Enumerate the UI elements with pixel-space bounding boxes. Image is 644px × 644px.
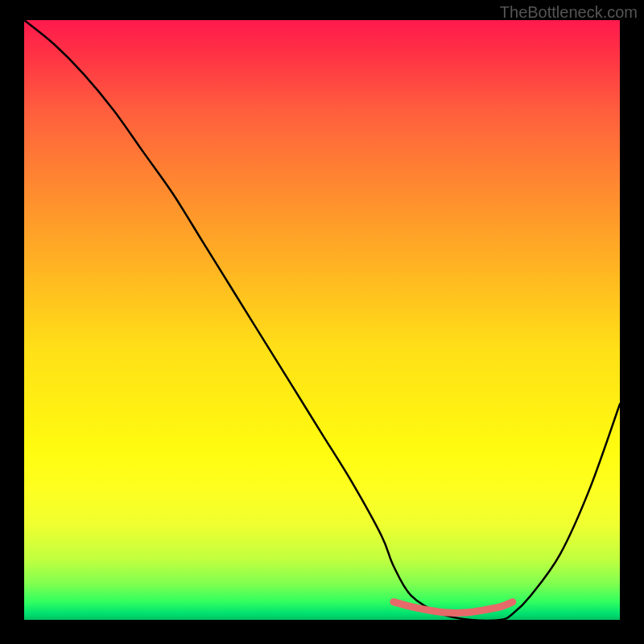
watermark-text: TheBottleneck.com [500, 3, 638, 22]
chart-svg [24, 20, 620, 620]
marker-band [394, 602, 513, 613]
bottleneck-curve [24, 20, 620, 621]
plot-area [24, 20, 620, 620]
